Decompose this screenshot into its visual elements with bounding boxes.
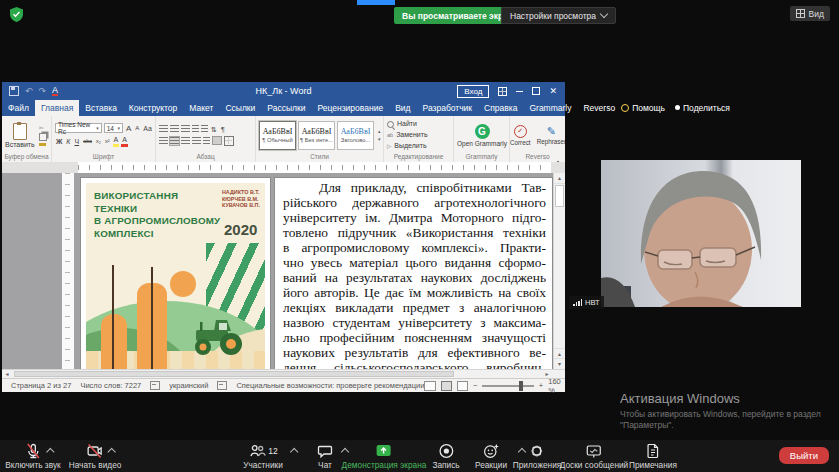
web-layout-icon[interactable] [457, 381, 468, 391]
scroll-up-icon[interactable]: ▴ [554, 173, 565, 184]
participants-button[interactable]: 12 Участники [243, 442, 283, 470]
strikethrough-button[interactable]: abc [82, 137, 93, 146]
hscrollbar-thumb[interactable] [14, 371, 454, 377]
pilcrow-icon[interactable]: ¶ [220, 125, 226, 134]
page-text[interactable]: Для прикладу, співробітниками Тав- рійсь… [274, 177, 553, 369]
proofing-icon[interactable] [150, 381, 160, 390]
word-count[interactable]: Число слов: 7227 [80, 381, 141, 390]
reverso-correct-button[interactable]: ✓ Correct [507, 125, 534, 146]
font-color-icon[interactable]: А [52, 86, 58, 96]
participants-options-icon[interactable] [290, 448, 298, 456]
align-left-icon[interactable] [159, 137, 168, 145]
style-heading[interactable]: АаБбВвІ Заголово... [337, 121, 374, 150]
record-button[interactable]: Запись [432, 442, 459, 470]
tab-design[interactable]: Конструктор [123, 100, 183, 116]
word-titlebar[interactable]: ↶ ↷ А НК_Лк - Word Вход ✕ [2, 82, 565, 100]
style-no-spacing[interactable]: АаБбВвІ ¶ Без инте... [298, 121, 335, 150]
whiteboards-button[interactable]: Доски сообщений [560, 442, 628, 470]
replace-button[interactable]: abЗаменить [387, 130, 451, 140]
accessibility-status[interactable]: Специальные возможности: проверьте реком… [236, 381, 424, 390]
justify-icon[interactable] [192, 137, 201, 145]
undo-icon[interactable]: ↶ [25, 86, 33, 96]
notes-button[interactable]: Примечания [629, 442, 677, 470]
horizontal-ruler[interactable] [2, 162, 565, 173]
redo-icon[interactable]: ↷ [39, 86, 47, 96]
grow-font-icon[interactable]: А [125, 124, 132, 133]
language-indicator[interactable]: украинский [169, 381, 208, 390]
change-case-icon[interactable]: Аа [142, 124, 153, 133]
accessibility-icon[interactable] [217, 381, 227, 390]
select-button[interactable]: ▷Выделить [387, 141, 451, 151]
zoom-in-button[interactable]: + [539, 381, 543, 390]
multilevel-list-icon[interactable] [181, 125, 190, 133]
cut-icon[interactable]: ✂ [39, 125, 47, 131]
scroll-left-icon[interactable]: ◂ [2, 370, 12, 378]
tab-view[interactable]: Вид [389, 100, 416, 116]
save-icon[interactable] [9, 86, 19, 96]
tell-me-button[interactable]: Помощь [621, 103, 665, 113]
tab-mailings[interactable]: Рассылки [261, 100, 311, 116]
underline-button[interactable]: Ч [73, 137, 80, 146]
shading-icon[interactable] [212, 136, 222, 145]
tab-references[interactable]: Ссылки [219, 100, 261, 116]
find-button[interactable]: Найти [387, 119, 451, 129]
styles-scroll-up-icon[interactable]: ▴ [378, 128, 381, 134]
tab-reverso[interactable]: Reverso [577, 100, 621, 116]
paste-button[interactable]: Вставить [5, 123, 35, 148]
bold-button[interactable]: Ж [55, 137, 63, 146]
tab-home[interactable]: Главная [35, 100, 79, 116]
zoom-slider-thumb[interactable] [519, 381, 523, 391]
line-spacing-icon[interactable] [203, 137, 210, 145]
open-grammarly-label[interactable]: Open Grammarly [457, 140, 507, 147]
print-layout-icon[interactable] [441, 381, 452, 391]
document-area[interactable]: ВИКОРИСТАННЯ ТЕХНІКИ В АГРОПРОМИСЛОВОМУ … [2, 173, 565, 369]
numbered-list-icon[interactable] [170, 125, 179, 133]
chat-button[interactable]: Чат [316, 442, 334, 470]
superscript-button[interactable]: x² [104, 137, 111, 146]
mic-options-icon[interactable] [46, 448, 54, 456]
scrollbar-thumb[interactable] [555, 185, 564, 207]
align-right-icon[interactable] [181, 137, 190, 145]
video-options-icon[interactable] [107, 448, 115, 456]
zoom-percent[interactable]: 160 % [548, 377, 568, 395]
increase-indent-icon[interactable] [201, 125, 208, 133]
subscript-button[interactable]: x₂ [95, 137, 102, 146]
minimize-button[interactable] [516, 91, 523, 92]
font-name-combo[interactable]: Times New Rc▾ [55, 123, 102, 133]
share-screen-button[interactable]: Демонстрация экрана [342, 442, 427, 470]
reverso-rephraser-button[interactable]: ✎ Rephraser [534, 126, 565, 145]
font-size-combo[interactable]: 14▾ [104, 123, 123, 133]
document-body-text[interactable]: Для прикладу, співробітниками Тав- рійсь… [283, 180, 546, 369]
tab-insert[interactable]: Вставка [79, 100, 123, 116]
decrease-indent-icon[interactable] [192, 125, 199, 133]
tab-layout[interactable]: Макет [183, 100, 219, 116]
zoom-slider[interactable] [482, 385, 533, 387]
tab-review[interactable]: Рецензирование [311, 100, 389, 116]
copy-icon[interactable] [39, 133, 47, 141]
bullet-list-icon[interactable] [159, 125, 168, 133]
reactions-button[interactable]: Реакции [475, 442, 507, 470]
zoom-out-button[interactable]: − [473, 381, 477, 390]
font-color-button[interactable]: А [121, 135, 128, 147]
ribbon-options-icon[interactable] [498, 87, 507, 96]
shrink-font-icon[interactable]: А [134, 124, 140, 133]
align-center-icon[interactable] [170, 137, 179, 145]
page-indicator[interactable]: Страница 2 из 27 [11, 381, 71, 390]
borders-icon[interactable] [224, 136, 234, 146]
grammarly-icon[interactable]: G [475, 124, 490, 139]
start-video-button[interactable]: Начать видео [69, 442, 122, 470]
next-page-icon[interactable]: ▾ [554, 358, 565, 369]
styles-scroll-down-icon[interactable]: ▾ [378, 136, 381, 142]
view-layout-button[interactable]: Вид [790, 6, 830, 21]
sort-icon[interactable]: ⇅ [210, 125, 218, 134]
tab-developer[interactable]: Разработчик [417, 100, 479, 116]
unmute-button[interactable]: Включить звук [5, 442, 60, 470]
signin-button[interactable]: Вход [457, 85, 489, 98]
tab-file[interactable]: Файл [2, 100, 35, 116]
tab-help-ref[interactable]: Справка [478, 100, 523, 116]
leave-meeting-button[interactable]: Выйти [779, 447, 829, 464]
format-painter-icon[interactable] [39, 143, 46, 146]
restore-button[interactable] [532, 87, 540, 95]
italic-button[interactable]: К [65, 137, 71, 146]
read-mode-icon[interactable] [424, 381, 435, 391]
